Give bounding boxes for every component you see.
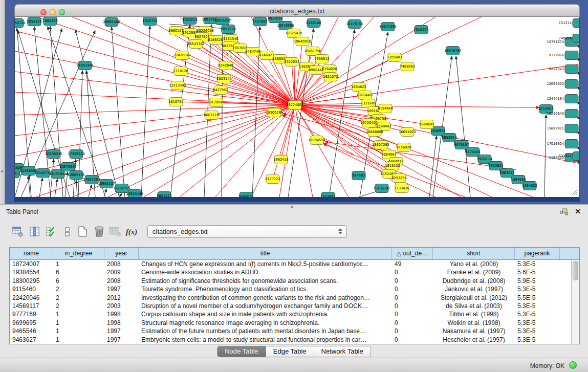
network-node[interactable]: 3913911 — [15, 169, 20, 178]
network-node[interactable]: 917004 — [209, 98, 223, 107]
network-node[interactable]: 8990448 — [309, 66, 323, 75]
network-node[interactable]: 12213343 — [169, 81, 186, 90]
column-header-outde[interactable]: △ out_de… — [392, 248, 433, 259]
tab-edge-table[interactable]: Edge Table — [266, 346, 314, 357]
network-node[interactable]: 9154469 — [378, 104, 393, 113]
table-select-dropdown[interactable]: citations_edges.txt — [147, 225, 347, 238]
column-header-pagerank[interactable]: pagerank — [515, 248, 560, 259]
modify-table-icon[interactable] — [11, 224, 25, 239]
row-height-icon[interactable] — [61, 224, 74, 239]
network-node[interactable]: 16543382 — [187, 40, 205, 49]
network-node[interactable]: 24055724 — [15, 19, 26, 28]
network-node[interactable]: 16961758 — [304, 47, 321, 56]
network-node[interactable]: 924502 — [352, 171, 365, 180]
table-row[interactable]: 1456911722003Disruption of a novel membe… — [10, 302, 571, 310]
network-node[interactable]: 1527602 — [252, 17, 267, 26]
network-node[interactable]: 9861123 — [157, 192, 171, 198]
select-rows-icon[interactable] — [45, 224, 58, 239]
network-node[interactable]: 8427552 — [213, 86, 228, 95]
network-node[interactable]: 7857224 — [221, 25, 235, 34]
network-node[interactable]: 8667110 — [204, 111, 219, 120]
network-node[interactable]: 1952418 — [273, 156, 288, 164]
network-node[interactable]: 21053346 — [76, 61, 94, 70]
network-node[interactable]: 8958924 — [442, 134, 456, 142]
table-row[interactable]: 946362711997Embryonic stem cells: a mode… — [10, 336, 571, 344]
network-node[interactable]: 6466160 — [306, 19, 321, 28]
network-node[interactable]: 7516104 — [413, 26, 428, 34]
network-node[interactable]: 10975887 — [59, 163, 77, 171]
network-node[interactable]: 7485083 — [400, 62, 415, 71]
network-node[interactable]: 19218596 — [277, 21, 294, 30]
column-header-name[interactable]: name — [10, 248, 53, 259]
network-node[interactable]: 151274 — [559, 19, 580, 28]
close-panel-icon[interactable]: ✕ — [575, 207, 581, 215]
network-node[interactable]: 7955812 — [314, 55, 329, 63]
show-columns-icon[interactable] — [28, 224, 41, 239]
network-node[interactable]: 12444154 — [547, 95, 578, 103]
network-node[interactable]: 12093832 — [547, 80, 578, 89]
network-node[interactable]: 9474444 — [465, 148, 480, 157]
network-node[interactable]: 9756928 — [396, 143, 411, 152]
network-node[interactable]: 9242848 — [218, 61, 233, 70]
column-header-short[interactable]: short — [433, 248, 515, 259]
delete-columns-icon[interactable] — [93, 224, 106, 239]
table-row[interactable]: 946554611997Estimation of the future num… — [10, 327, 571, 335]
network-node[interactable]: 12505135 — [68, 171, 85, 180]
new-table-icon[interactable] — [76, 224, 90, 239]
network-node[interactable]: 9252254 — [391, 174, 406, 183]
network-node[interactable]: 15692971 — [547, 124, 578, 133]
float-panel-icon[interactable] — [560, 208, 569, 216]
network-node[interactable]: 10958107 — [98, 180, 115, 188]
network-node[interactable]: 16671355 — [379, 23, 397, 31]
network-node[interactable]: 2055328 — [27, 17, 41, 26]
network-node[interactable]: 9329966 — [549, 51, 578, 60]
network-node[interactable]: 8177122 — [265, 175, 280, 184]
network-node[interactable]: 10655257 — [214, 17, 231, 25]
network-node[interactable]: 17339928 — [68, 150, 85, 159]
table-row[interactable]: 911546021997Tourette syndrome. Phenomeno… — [10, 285, 571, 293]
network-node[interactable]: 9146821 — [259, 51, 274, 60]
network-node[interactable]: 10719155 — [346, 20, 363, 29]
network-node[interactable]: 12923448 — [126, 190, 143, 198]
column-header-year[interactable]: year — [104, 248, 139, 259]
network-node[interactable]: 16654923 — [399, 128, 416, 137]
panel-collapse-arrow-icon[interactable]: ◂ — [1, 169, 3, 173]
network-node[interactable]: 8660123 — [168, 27, 183, 35]
network-node[interactable]: 22420046 — [173, 51, 191, 60]
collapsed-panel-strip[interactable]: ◂ — [0, 0, 5, 204]
network-node[interactable]: 1053213 — [182, 17, 197, 25]
network-node[interactable]: 15136141 — [373, 184, 390, 193]
network-node[interactable]: 17016504 — [547, 140, 578, 148]
network-node[interactable]: 10688609 — [366, 128, 383, 137]
table-row[interactable]: 977716911998Corpus callosum shape and si… — [10, 310, 571, 318]
network-node[interactable]: 20206535 — [45, 150, 62, 159]
network-node[interactable]: 1604622 — [351, 83, 366, 92]
panel-splitter-handle[interactable]: ▲ — [290, 204, 294, 209]
scrollbar-thumb[interactable] — [573, 261, 578, 280]
tab-node-table[interactable]: Node Table — [217, 346, 266, 357]
network-node[interactable]: 1955722 — [142, 17, 157, 26]
network-node[interactable]: 8322037 — [284, 58, 299, 67]
network-node[interactable]: 20891406 — [103, 18, 120, 27]
table-vertical-scrollbar[interactable] — [571, 260, 579, 344]
function-builder-icon[interactable]: f(x) — [125, 224, 138, 239]
network-node[interactable]: 1205483 — [387, 53, 402, 62]
network-node[interactable]: 1810754 — [168, 98, 183, 106]
network-node[interactable]: 18807293 — [372, 141, 389, 149]
table-row[interactable]: 969969511998Structural magnetic resonanc… — [10, 319, 571, 327]
network-node[interactable]: 1094632 — [522, 182, 537, 190]
network-node[interactable]: 1523412 — [320, 192, 335, 198]
network-node[interactable]: 15720407 — [360, 119, 378, 127]
column-header-title[interactable]: title — [139, 248, 392, 259]
network-canvas[interactable]: 2405572420553281868160208914061955722105… — [14, 17, 580, 197]
network-node[interactable]: 16648784 — [444, 47, 462, 55]
network-node[interactable]: 18300295 — [266, 108, 283, 117]
network-node[interactable]: 1621072 — [323, 73, 338, 81]
canvas-resize-grip[interactable] — [571, 189, 578, 196]
network-node[interactable]: 8186328 — [208, 36, 223, 45]
network-node[interactable]: 18325419 — [285, 29, 302, 38]
table-row[interactable]: 1830029562008Estimation of significance … — [10, 277, 571, 285]
network-node[interactable]: 6794028 — [322, 65, 337, 74]
network-node[interactable]: 2803144 — [216, 75, 231, 83]
table-row[interactable]: 1872400712008Changes of HCN gene express… — [10, 260, 571, 268]
